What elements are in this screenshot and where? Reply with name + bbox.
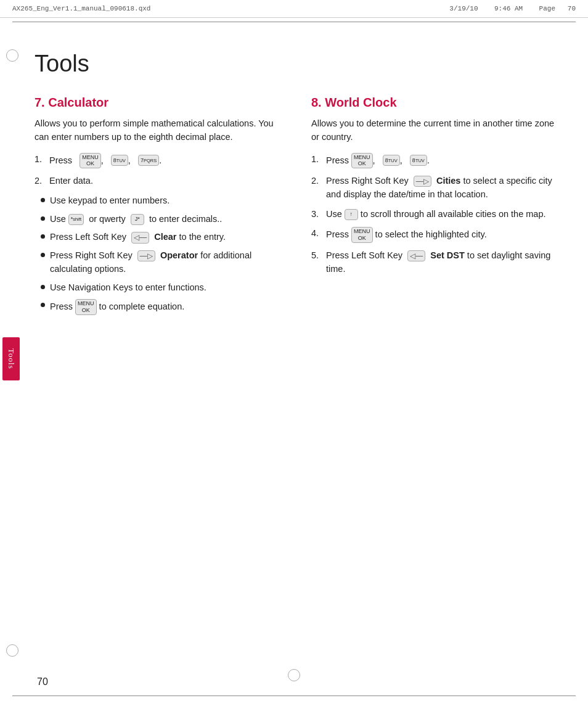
bullet-dot-4	[41, 253, 45, 257]
wc-key-8tuv-1: 8 TUV	[383, 155, 400, 166]
operator-label: Operator	[160, 250, 198, 260]
wc-soft-left-key: ◁—	[407, 250, 425, 261]
bullet-dot-6	[41, 303, 45, 307]
main-content: Tools 7. Calculator Allows you to perfor…	[22, 26, 588, 692]
wc-key-8tuv-2: 8 TUV	[410, 155, 427, 166]
calculator-heading: 7. Calculator	[35, 96, 287, 110]
wc-step3: 3. Use ↑ to scroll through all available…	[311, 208, 563, 221]
key-jshift: J*	[131, 214, 144, 225]
page-wrapper: Tools Tools 7. Calculator Allows you to …	[0, 26, 588, 692]
sidebar-label: Tools	[2, 337, 20, 380]
page-title: Tools	[35, 51, 563, 77]
wc-step5-number: 5.	[311, 249, 324, 263]
clear-label: Clear	[154, 232, 176, 242]
bullet-dot-3	[41, 234, 45, 239]
world-clock-heading: 8. World Clock	[311, 96, 563, 110]
world-clock-description: Allows you to determine the current time…	[311, 117, 563, 144]
top-bar: AX265_Eng_Ver1.1_manual_090618.qxd 3/19/…	[0, 0, 588, 18]
step2-text: Enter data.	[49, 174, 93, 188]
two-col-layout: 7. Calculator Allows you to perform simp…	[35, 96, 563, 321]
wc-key-menu-ok: MENUOK	[351, 153, 373, 169]
bullet-list: Use keypad to enter numbers. Use * shift…	[41, 194, 287, 315]
step1-number: 1.	[35, 153, 47, 166]
wc-step1-text: Press MENUOK, 8 TUV, 8 TUV.	[326, 153, 430, 169]
bullet-item-6: Press MENUOK to complete equation.	[41, 299, 287, 315]
bullet-item-3: Press Left Soft Key ◁— Clear to the entr…	[41, 231, 287, 244]
wc-step4-number: 4.	[311, 227, 324, 240]
bullet-text-1: Use keypad to enter numbers.	[50, 194, 169, 208]
key-menu-ok-1: MENUOK	[80, 153, 101, 169]
wc-step5-text: Press Left Soft Key ◁— Set DST to set da…	[326, 249, 563, 276]
top-rule	[12, 22, 576, 22]
world-clock-section: 8. World Clock Allows you to determine t…	[311, 96, 563, 321]
bullet-text-3: Press Left Soft Key ◁— Clear to the entr…	[50, 231, 226, 244]
wc-step1-number: 1.	[311, 153, 324, 166]
calculator-step2: 2. Enter data.	[35, 174, 287, 188]
key-menu-ok-2: MENUOK	[75, 299, 97, 315]
calculator-step1: 1. Press MENUOK, 8 TUV, 7 PQRS.	[35, 153, 287, 169]
wc-step2: 2. Press Right Soft Key —▷ Cities to sel…	[311, 174, 563, 202]
date-time: 3/19/10 9:46 AM Page 70	[449, 5, 576, 12]
reg-mark-bottom-center	[288, 669, 300, 681]
wc-step5: 5. Press Left Soft Key ◁— Set DST to set…	[311, 249, 563, 276]
bullet-item-2: Use * shift or qwerty J* to enter decima…	[41, 213, 287, 226]
bullet-text-4: Press Right Soft Key —▷ Operator for add…	[50, 249, 287, 276]
calculator-section: 7. Calculator Allows you to perform simp…	[35, 96, 287, 321]
step2-number: 2.	[35, 174, 47, 188]
filename: AX265_Eng_Ver1.1_manual_090618.qxd	[12, 5, 150, 12]
cities-label: Cities	[436, 176, 461, 186]
wc-step3-number: 3.	[311, 208, 324, 221]
page-number: 70	[37, 676, 48, 688]
bullet-item-4: Press Right Soft Key —▷ Operator for add…	[41, 249, 287, 276]
sidebar: Tools	[0, 26, 22, 692]
soft-left-key-1: ◁—	[131, 232, 149, 243]
bullet-text-2: Use * shift or qwerty J* to enter decima…	[50, 213, 222, 226]
bullet-text-5: Use Navigation Keys to enter functions.	[50, 281, 206, 295]
bullet-text-6: Press MENUOK to complete equation.	[50, 299, 184, 315]
key-shift: * shift	[68, 214, 84, 225]
wc-soft-right-key: —▷	[414, 176, 431, 187]
wc-step2-text: Press Right Soft Key —▷ Cities to select…	[326, 174, 563, 202]
sidebar-tab: Tools	[2, 337, 20, 380]
bottom-rule	[12, 696, 576, 696]
wc-key-menu-ok-2: MENUOK	[351, 227, 373, 243]
wc-step4: 4. Press MENUOK to select the highlighte…	[311, 227, 563, 243]
bullet-dot-5	[41, 285, 45, 289]
bullet-dot-2	[41, 216, 45, 221]
bullet-item-5: Use Navigation Keys to enter functions.	[41, 281, 287, 295]
step1-text: Press MENUOK, 8 TUV, 7 PQRS.	[49, 153, 161, 169]
wc-step4-text: Press MENUOK to select the highlighted c…	[326, 227, 487, 243]
key-8tuv-1: 8 TUV	[111, 155, 128, 166]
key-7pqrs-1: 7 PQRS	[138, 155, 159, 166]
bullet-item-1: Use keypad to enter numbers.	[41, 194, 287, 208]
soft-right-key-1: —▷	[137, 250, 155, 261]
calculator-description: Allows you to perform simple mathematica…	[35, 117, 287, 144]
bullet-dot-1	[41, 198, 45, 202]
wc-step1: 1. Press MENUOK, 8 TUV, 8 TUV.	[311, 153, 563, 169]
wc-step3-text: Use ↑ to scroll through all available ci…	[326, 208, 546, 221]
wc-nav-key: ↑	[345, 209, 358, 220]
wc-step2-number: 2.	[311, 174, 324, 188]
set-dst-label: Set DST	[430, 250, 465, 260]
